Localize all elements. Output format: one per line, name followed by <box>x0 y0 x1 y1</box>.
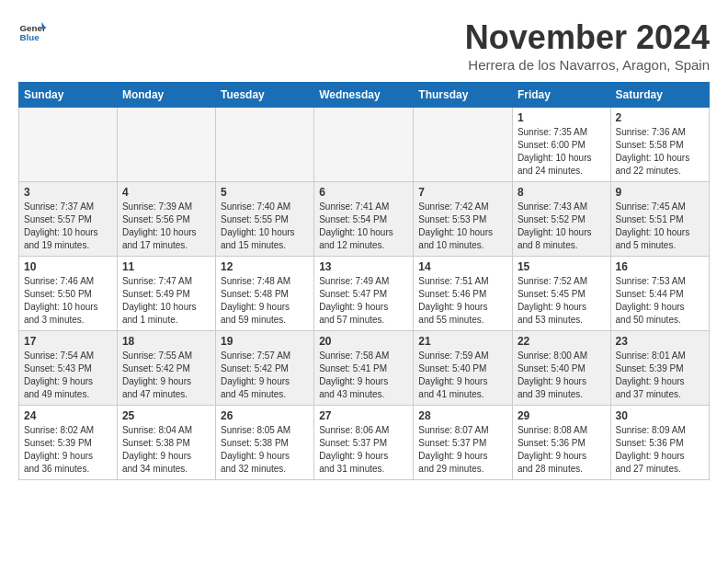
day-number: 26 <box>221 409 309 422</box>
day-number: 15 <box>518 260 606 273</box>
header-cell-monday: Monday <box>117 83 215 108</box>
day-info: Sunrise: 7:46 AM Sunset: 5:50 PM Dayligh… <box>24 275 112 327</box>
day-number: 3 <box>24 186 112 199</box>
day-number: 2 <box>616 111 704 124</box>
day-number: 11 <box>122 260 210 273</box>
calendar-cell: 24Sunrise: 8:02 AM Sunset: 5:39 PM Dayli… <box>19 406 118 480</box>
calendar-cell: 14Sunrise: 7:51 AM Sunset: 5:46 PM Dayli… <box>414 257 513 331</box>
day-info: Sunrise: 7:51 AM Sunset: 5:46 PM Dayligh… <box>418 275 507 327</box>
week-row-4: 17Sunrise: 7:54 AM Sunset: 5:43 PM Dayli… <box>19 331 710 406</box>
day-info: Sunrise: 8:00 AM Sunset: 5:40 PM Dayligh… <box>518 350 606 401</box>
calendar-cell <box>215 108 313 182</box>
day-number: 13 <box>319 260 408 273</box>
calendar-cell: 1Sunrise: 7:35 AM Sunset: 6:00 PM Daylig… <box>512 108 610 182</box>
logo-icon: General Blue <box>18 18 46 46</box>
day-info: Sunrise: 7:52 AM Sunset: 5:45 PM Dayligh… <box>518 275 606 327</box>
day-info: Sunrise: 7:47 AM Sunset: 5:49 PM Dayligh… <box>122 275 210 327</box>
day-number: 14 <box>418 260 507 273</box>
calendar-cell: 10Sunrise: 7:46 AM Sunset: 5:50 PM Dayli… <box>19 257 118 331</box>
calendar-cell <box>414 108 513 182</box>
calendar-cell: 29Sunrise: 8:08 AM Sunset: 5:36 PM Dayli… <box>512 406 610 480</box>
calendar-title: November 2024 <box>465 18 710 57</box>
day-info: Sunrise: 7:54 AM Sunset: 5:43 PM Dayligh… <box>24 350 112 401</box>
day-info: Sunrise: 7:59 AM Sunset: 5:40 PM Dayligh… <box>418 350 507 401</box>
calendar-cell: 25Sunrise: 8:04 AM Sunset: 5:38 PM Dayli… <box>117 406 215 480</box>
header-cell-thursday: Thursday <box>414 83 513 108</box>
day-number: 1 <box>518 111 606 124</box>
day-info: Sunrise: 8:05 AM Sunset: 5:38 PM Dayligh… <box>221 424 309 476</box>
calendar-cell <box>19 108 118 182</box>
day-number: 24 <box>24 409 112 422</box>
day-number: 30 <box>616 409 704 422</box>
day-number: 27 <box>319 409 408 422</box>
day-number: 4 <box>122 186 210 199</box>
day-number: 22 <box>518 335 606 348</box>
day-number: 10 <box>24 260 112 273</box>
calendar-cell: 21Sunrise: 7:59 AM Sunset: 5:40 PM Dayli… <box>414 331 513 406</box>
day-number: 17 <box>24 335 112 348</box>
day-info: Sunrise: 7:40 AM Sunset: 5:55 PM Dayligh… <box>221 201 309 252</box>
day-number: 5 <box>221 186 309 199</box>
day-info: Sunrise: 7:35 AM Sunset: 6:00 PM Dayligh… <box>518 126 606 178</box>
week-row-3: 10Sunrise: 7:46 AM Sunset: 5:50 PM Dayli… <box>19 257 710 331</box>
day-info: Sunrise: 8:07 AM Sunset: 5:37 PM Dayligh… <box>418 424 507 476</box>
day-info: Sunrise: 7:37 AM Sunset: 5:57 PM Dayligh… <box>24 201 112 252</box>
day-info: Sunrise: 8:04 AM Sunset: 5:38 PM Dayligh… <box>122 424 210 476</box>
calendar-cell: 11Sunrise: 7:47 AM Sunset: 5:49 PM Dayli… <box>117 257 215 331</box>
header-cell-saturday: Saturday <box>610 83 709 108</box>
calendar-subtitle: Herrera de los Navarros, Aragon, Spain <box>465 57 710 73</box>
week-row-1: 1Sunrise: 7:35 AM Sunset: 6:00 PM Daylig… <box>19 108 710 182</box>
day-number: 21 <box>418 335 507 348</box>
calendar-cell: 3Sunrise: 7:37 AM Sunset: 5:57 PM Daylig… <box>19 182 118 257</box>
title-area: November 2024 Herrera de los Navarros, A… <box>465 18 710 73</box>
day-info: Sunrise: 8:09 AM Sunset: 5:36 PM Dayligh… <box>616 424 704 476</box>
day-info: Sunrise: 7:57 AM Sunset: 5:42 PM Dayligh… <box>221 350 309 401</box>
calendar-cell: 18Sunrise: 7:55 AM Sunset: 5:42 PM Dayli… <box>117 331 215 406</box>
calendar-cell <box>314 108 414 182</box>
day-info: Sunrise: 8:02 AM Sunset: 5:39 PM Dayligh… <box>24 424 112 476</box>
calendar-cell: 9Sunrise: 7:45 AM Sunset: 5:51 PM Daylig… <box>610 182 709 257</box>
calendar-cell: 30Sunrise: 8:09 AM Sunset: 5:36 PM Dayli… <box>610 406 709 480</box>
calendar-cell: 19Sunrise: 7:57 AM Sunset: 5:42 PM Dayli… <box>215 331 313 406</box>
day-number: 18 <box>122 335 210 348</box>
day-info: Sunrise: 8:01 AM Sunset: 5:39 PM Dayligh… <box>616 350 704 401</box>
day-info: Sunrise: 7:53 AM Sunset: 5:44 PM Dayligh… <box>616 275 704 327</box>
calendar-cell: 27Sunrise: 8:06 AM Sunset: 5:37 PM Dayli… <box>314 406 414 480</box>
header-cell-sunday: Sunday <box>19 83 118 108</box>
day-number: 29 <box>518 409 606 422</box>
svg-text:Blue: Blue <box>20 32 40 42</box>
calendar-cell: 17Sunrise: 7:54 AM Sunset: 5:43 PM Dayli… <box>19 331 118 406</box>
day-info: Sunrise: 7:39 AM Sunset: 5:56 PM Dayligh… <box>122 201 210 252</box>
calendar-cell: 12Sunrise: 7:48 AM Sunset: 5:48 PM Dayli… <box>215 257 313 331</box>
calendar-cell: 28Sunrise: 8:07 AM Sunset: 5:37 PM Dayli… <box>414 406 513 480</box>
day-info: Sunrise: 7:41 AM Sunset: 5:54 PM Dayligh… <box>319 201 408 252</box>
day-info: Sunrise: 7:45 AM Sunset: 5:51 PM Dayligh… <box>616 201 704 252</box>
day-number: 7 <box>418 186 507 199</box>
calendar-cell <box>117 108 215 182</box>
day-info: Sunrise: 8:08 AM Sunset: 5:36 PM Dayligh… <box>518 424 606 476</box>
day-info: Sunrise: 7:43 AM Sunset: 5:52 PM Dayligh… <box>518 201 606 252</box>
day-number: 28 <box>418 409 507 422</box>
day-number: 19 <box>221 335 309 348</box>
calendar-cell: 7Sunrise: 7:42 AM Sunset: 5:53 PM Daylig… <box>414 182 513 257</box>
day-number: 9 <box>616 186 704 199</box>
calendar-cell: 8Sunrise: 7:43 AM Sunset: 5:52 PM Daylig… <box>512 182 610 257</box>
header-cell-tuesday: Tuesday <box>215 83 313 108</box>
day-info: Sunrise: 8:06 AM Sunset: 5:37 PM Dayligh… <box>319 424 408 476</box>
day-info: Sunrise: 7:49 AM Sunset: 5:47 PM Dayligh… <box>319 275 408 327</box>
day-number: 12 <box>221 260 309 273</box>
day-info: Sunrise: 7:55 AM Sunset: 5:42 PM Dayligh… <box>122 350 210 401</box>
calendar-cell: 13Sunrise: 7:49 AM Sunset: 5:47 PM Dayli… <box>314 257 414 331</box>
day-number: 23 <box>616 335 704 348</box>
week-row-5: 24Sunrise: 8:02 AM Sunset: 5:39 PM Dayli… <box>19 406 710 480</box>
calendar-table: SundayMondayTuesdayWednesdayThursdayFrid… <box>18 82 710 480</box>
calendar-cell: 22Sunrise: 8:00 AM Sunset: 5:40 PM Dayli… <box>512 331 610 406</box>
calendar-cell: 20Sunrise: 7:58 AM Sunset: 5:41 PM Dayli… <box>314 331 414 406</box>
day-number: 25 <box>122 409 210 422</box>
week-row-2: 3Sunrise: 7:37 AM Sunset: 5:57 PM Daylig… <box>19 182 710 257</box>
calendar-cell: 5Sunrise: 7:40 AM Sunset: 5:55 PM Daylig… <box>215 182 313 257</box>
header-cell-wednesday: Wednesday <box>314 83 414 108</box>
day-number: 6 <box>319 186 408 199</box>
calendar-cell: 2Sunrise: 7:36 AM Sunset: 5:58 PM Daylig… <box>610 108 709 182</box>
day-number: 20 <box>319 335 408 348</box>
